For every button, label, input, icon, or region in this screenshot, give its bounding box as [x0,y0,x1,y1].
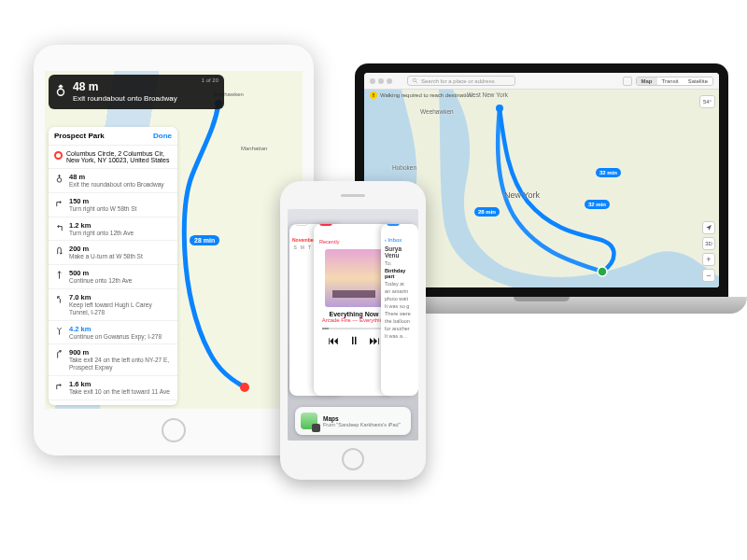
area-new-york: New York [504,190,540,200]
step-instruction: Take exit 10 on the left toward 11 Ave [69,388,170,396]
step-instruction: Continue onto 12th Ave [69,277,132,285]
ipad-device: 28 min Weehawken Manhattan 48 m Exit rou… [34,45,314,455]
step-distance: 1.2 km [69,221,134,230]
eta-bubble-3[interactable]: 28 min [474,207,500,217]
maps-handoff-icon [301,413,317,429]
svg-line-5 [416,81,417,83]
svg-point-7 [496,105,503,112]
mail-line: There were [385,311,415,316]
mail-to: To: [385,260,415,266]
album-art[interactable] [325,249,383,307]
mail-from: Surya Venu [385,245,415,259]
svg-point-3 [57,178,62,183]
step-distance: 1.6 km [69,380,170,388]
step-instruction: Exit the roundabout onto Broadway [69,181,164,189]
mail-line: for another [385,326,415,331]
ipad-home-button[interactable] [162,418,186,442]
search-placeholder: Search for a place or address [421,78,495,84]
roundabout-icon [54,174,64,184]
map-mode-segment[interactable]: Map Transit Satellite [636,77,713,86]
area-weehawken: Weehawken [420,108,454,115]
svg-point-4 [413,78,416,82]
iphone-home-button[interactable] [342,448,364,470]
directions-step-list[interactable]: 48 mExit the roundabout onto Broadway150… [49,169,177,405]
play-pause-button[interactable]: ⏸ [348,334,359,347]
music-nav-back[interactable]: Recently [319,239,339,245]
step-instruction: Turn right onto 12th Ave [69,230,134,237]
slight-left-icon [54,294,64,304]
handoff-subtitle: From "Sandeep Karkhanis's iPad" [323,422,401,427]
svg-point-2 [58,89,64,95]
window-traffic-lights[interactable] [370,78,392,84]
mail-line: It was so g [385,303,415,309]
mail-line: It was a… [385,333,415,339]
mail-line: an amazin [385,288,415,294]
step-distance: 7.0 km [69,293,172,301]
track-artist[interactable]: Arcade Fire — Everything [322,317,387,323]
prev-track-button[interactable]: ⏮ [328,334,339,347]
directions-step[interactable]: 250 mContinue onto 18th St [49,400,177,405]
step-distance: 250 m [69,404,128,405]
step-distance: 500 m [69,269,132,277]
directions-step[interactable]: 150 mTurn right onto W 58th St [49,193,177,217]
walking-notice: ! Walking required to reach destination. [370,91,474,99]
eta-bubble-1[interactable]: 32 min [596,168,621,177]
directions-step[interactable]: 4.2 kmContinue on Gowanus Expy; I-278 [49,321,177,345]
directions-step[interactable]: 1.2 kmTurn right onto 12th Ave [49,217,177,242]
track-title: Everything Now [330,311,379,317]
segment-map[interactable]: Map [637,77,657,85]
map-label-manhattan: Manhattan [241,146,267,151]
step-distance: 4.2 km [69,325,162,333]
segment-transit[interactable]: Transit [657,77,684,85]
search-field[interactable]: Search for a place or address [407,76,515,86]
zoom-out-button[interactable]: − [702,269,715,282]
step-instruction: Turn right onto W 58th St [69,205,136,213]
banner-distance: 48 m [73,80,217,94]
step-distance: 150 m [69,197,136,205]
iphone-device: November SMTWTFS Recently ⋯ Everything N… [280,181,426,480]
done-button[interactable]: Done [153,132,172,140]
iphone-speaker [341,194,365,197]
step-distance: 900 m [69,348,172,357]
directions-panel: Prospect Park Done Columbus Circle, 2 Co… [49,127,177,405]
mail-back[interactable]: ‹ Inbox [385,237,415,243]
next-track-button[interactable]: ⏭ [369,334,380,347]
step-instruction: Take exit 24 on the left onto NY-27 E, P… [69,357,172,371]
mail-line: Today at [385,281,415,287]
left-icon [54,222,64,232]
locate-button[interactable] [702,221,715,234]
share-button[interactable] [623,77,632,86]
mail-preview: ‹ Inbox Surya Venu To: Birthday part Tod… [381,224,418,396]
svg-point-8 [598,267,607,276]
handoff-banner[interactable]: Maps From "Sandeep Karkhanis's iPad" [295,407,411,435]
directions-step[interactable]: 500 mContinue onto 12th Ave [49,265,177,289]
mail-subject: Birthday part [385,268,415,279]
weather-badge[interactable]: 54° [699,95,715,108]
warning-icon: ! [370,91,377,99]
iphone-app-switcher[interactable]: November SMTWTFS Recently ⋯ Everything N… [288,209,418,441]
search-icon [412,77,418,84]
destination-pin-icon [54,151,63,160]
straight-icon [54,270,64,280]
directions-title: Prospect Park [54,132,105,140]
directions-step[interactable]: 1.6 kmTake exit 10 on the left toward 11… [49,376,177,400]
playback-scrubber[interactable] [322,328,386,329]
directions-step[interactable]: 48 mExit the roundabout onto Broadway [49,169,177,193]
zoom-in-button[interactable]: + [702,253,715,266]
exit-icon [54,349,64,359]
roundabout-exit-icon [54,84,67,97]
directions-step[interactable]: 200 mMake a U-turn at W 58th St [49,241,177,265]
area-west-new-york: West New York [467,91,508,98]
step-instruction: Continue on Gowanus Expy; I-278 [69,333,162,341]
switcher-card-mail[interactable]: ‹ Inbox Surya Venu To: Birthday part Tod… [381,224,418,396]
segment-satellite[interactable]: Satellite [684,77,712,85]
turn-banner[interactable]: 48 m Exit roundabout onto Broadway 1 of … [49,75,224,109]
view-3d-button[interactable]: 3D [702,237,715,250]
merge-icon [54,326,64,336]
step-distance: 48 m [69,173,164,181]
ipad-screen: 28 min Weehawken Manhattan 48 m Exit rou… [45,71,303,409]
ipad-eta-bubble[interactable]: 28 min [190,235,219,245]
directions-step[interactable]: 900 mTake exit 24 on the left onto NY-27… [49,344,177,376]
eta-bubble-2[interactable]: 32 min [585,200,610,209]
directions-step[interactable]: 7.0 kmKeep left toward Hugh L Carey Tunn… [49,289,177,321]
